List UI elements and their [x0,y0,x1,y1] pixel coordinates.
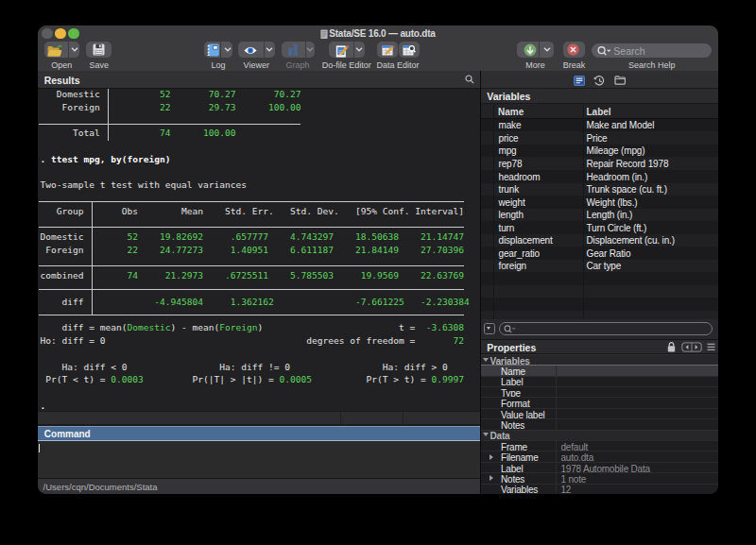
variable-row-headroom[interactable]: headroomHeadroom (in.) [481,170,718,183]
properties-panel-title: Properties [487,342,536,353]
variables-table-header[interactable]: Name Label [481,104,718,119]
variables-panel-header: Variables [481,89,718,105]
results-value: 21.2973 [165,270,203,281]
column-divider [493,145,494,158]
results-line-18: diff = mean(Domestic) - mean(Foreign) t … [41,321,464,334]
results-value: 27.70396 [421,245,464,255]
results-value: 52 [128,231,139,242]
variable-row-length[interactable]: lengthLength (in.) [481,209,718,222]
results-text-span: Foreign [41,102,160,112]
disclosure-down-icon [483,433,489,436]
open-label: Open [51,60,72,70]
variable-name: headroom [499,172,541,182]
strip-divider [340,412,341,426]
column-divider [583,131,584,145]
variables-tab-icon[interactable] [574,76,585,86]
chevron-down-icon[interactable] [543,47,551,52]
results-value: .6725511 [225,270,268,281]
results-pane[interactable]: Domestic 52 70.27 70.27 Foreign 22 29.73… [38,89,480,412]
log-button[interactable] [204,42,232,58]
chevron-down-icon[interactable] [71,47,78,52]
folder-tab-icon[interactable] [614,76,626,85]
variable-name: turn [499,223,515,233]
results-value: 22 [128,245,139,255]
results-value: 52 [160,89,171,99]
variable-row-gear_ratio[interactable]: gear_ratioGear Ratio [481,247,718,260]
property-row-type[interactable]: Type [481,386,718,397]
button-divider [353,42,354,58]
property-value: 12 [561,485,572,494]
results-text-span: Two-sample t test with equal variances [41,179,247,190]
open-button[interactable] [44,42,80,58]
results-value: -4.945804 [154,297,203,307]
results-value: -2.230384 [421,297,470,307]
variable-name: make [499,120,522,130]
property-row-format[interactable]: Format [481,397,718,407]
button-divider [264,42,265,58]
status-bar: /Users/cqn/Documents/Stata [38,478,480,495]
results-text-span [138,231,160,242]
variable-name: weight [499,197,525,208]
results-text-span: diff = mean( [41,322,128,332]
history-tab-icon[interactable] [593,76,605,86]
property-row-label[interactable]: Label [481,376,718,386]
results-value: 24.77273 [160,245,203,255]
properties-section-data[interactable]: Data [481,430,718,440]
actions-menu-icon[interactable] [707,343,715,351]
property-row-notes[interactable]: Notes1 note [481,472,718,483]
search-input[interactable]: Search [592,43,712,58]
results-text-span: Ha: diff < 0 Ha: diff != 0 Ha: diff > 0 [41,362,448,372]
variable-row-trunk[interactable]: trunkTrunk space (cu. ft.) [481,183,718,196]
save-button[interactable] [86,42,112,58]
property-row-filename[interactable]: Filenameauto.dta [481,451,718,461]
property-row-notes[interactable]: Notes [481,418,718,429]
dataeditor-browse-button[interactable] [399,42,420,58]
variable-row-mpg[interactable]: mpgMileage (mpg) [481,145,718,158]
variables-filter-input[interactable] [499,322,713,336]
results-text-span: Domestic [41,231,128,242]
viewer-button[interactable] [238,42,275,58]
property-row-variables[interactable]: Variables12 [481,484,718,494]
variable-row-foreign[interactable]: foreignCar type [481,260,718,273]
variable-name: length [499,210,524,220]
prev-next-buttons[interactable] [681,342,702,352]
results-bottom-strip [38,411,480,425]
column-divider [583,170,584,183]
more-button[interactable] [517,42,554,58]
graph-button[interactable] [282,42,315,58]
search-placeholder: Search [613,45,644,57]
results-value: 22 [160,102,171,112]
variable-row-weight[interactable]: weightWeight (lbs.) [481,196,718,209]
dataeditor-button[interactable] [377,42,399,58]
dofile-button[interactable] [329,42,366,58]
properties-table: VariablesNameLabelTypeFormatValue labelN… [481,354,718,494]
property-row-value-label[interactable]: Value label [481,408,718,418]
property-row-label[interactable]: Label1978 Automobile Data [481,462,718,472]
variable-row-turn[interactable]: turnTurn Circle (ft.) [481,221,718,234]
chevron-down-dim-icon[interactable] [306,47,314,52]
chevron-down-icon[interactable] [224,47,232,52]
property-row-frame[interactable]: Framedefault [481,440,718,451]
command-input[interactable] [38,441,480,478]
column-divider [583,157,584,170]
results-line-0: Domestic 52 70.27 70.27 [41,89,301,101]
chevron-down-icon[interactable] [266,47,273,52]
variable-row-displacement[interactable]: displacementDisplacement (cu. in.) [481,234,718,247]
variable-row-make[interactable]: makeMake and Model [481,119,718,132]
chevron-down-icon[interactable] [355,47,363,52]
variable-row-price[interactable]: pricePrice [481,131,718,145]
column-divider[interactable] [583,104,584,119]
results-title: Results [44,75,80,86]
variable-name: displacement [499,235,553,246]
filter-scope-button[interactable] [484,323,496,335]
column-divider [583,298,584,311]
results-text-span [399,231,421,242]
disclosure-right-icon[interactable] [490,475,493,481]
lock-icon[interactable] [667,342,676,352]
disclosure-right-icon[interactable] [490,454,493,460]
results-search-icon[interactable] [465,75,474,84]
dataeditor-label: Data Editor [376,60,419,70]
break-button[interactable] [563,42,585,58]
variable-row-rep78[interactable]: rep78Repair Record 1978 [481,157,718,170]
properties-section-variables[interactable]: Variables [481,354,718,365]
